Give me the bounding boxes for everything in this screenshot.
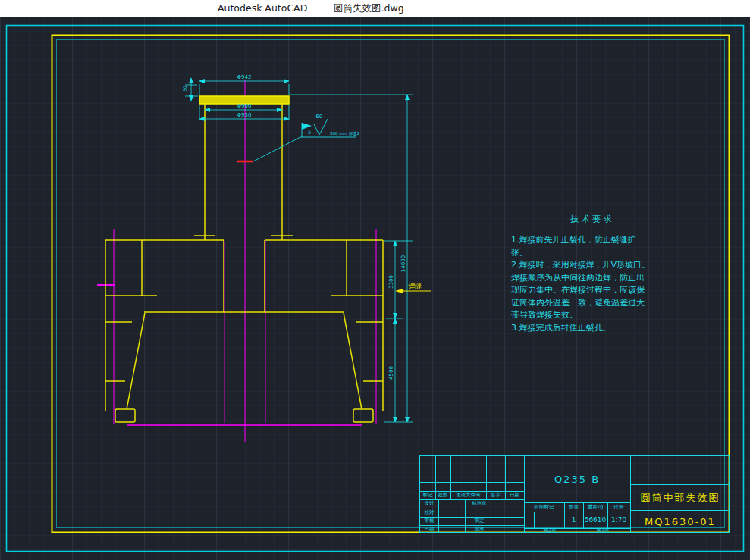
spec-stage-header: 阶段标记 bbox=[524, 502, 564, 512]
rev-file-header: 更改文件号 bbox=[450, 491, 486, 499]
dim-upper-height: 3300 bbox=[388, 275, 394, 289]
weld-symbol[interactable]: 60 2 500 mm 焊缝2 bbox=[253, 114, 359, 161]
foot-right bbox=[353, 409, 373, 422]
rev-sign-header: 签字 bbox=[486, 491, 505, 499]
sign-approve-label: 批准 bbox=[465, 525, 494, 533]
dim-total-height: 14000 bbox=[400, 255, 406, 272]
weight-value: 56610 bbox=[583, 512, 607, 528]
slope-left bbox=[127, 313, 145, 409]
dim-tube-od: Φ930 bbox=[237, 112, 252, 118]
slope-right bbox=[344, 313, 362, 409]
drawing-number: MQ1630-01 bbox=[630, 512, 730, 532]
cylinder-section[interactable] bbox=[105, 96, 383, 422]
tech-req-line: 2.焊接时，采用对接焊，开V形坡口。 bbox=[511, 259, 673, 272]
tech-req-line: 焊接顺序为从中间往两边焊，防止出 bbox=[511, 272, 673, 285]
weld-callout-label: 焊缝 bbox=[408, 283, 422, 290]
tech-req-title: 技术要求 bbox=[511, 214, 673, 225]
weld-gap: 2 bbox=[308, 130, 311, 135]
callout-arrow-icon bbox=[395, 289, 403, 293]
sign-approve-review-label: 审定 bbox=[465, 517, 494, 525]
rev-count-header: 处数 bbox=[435, 491, 450, 499]
drawing-canvas[interactable]: Φ942 50 Φ900 Φ930 3300 4500 bbox=[0, 17, 750, 560]
tech-req-line: 带导致焊接失效。 bbox=[511, 309, 673, 322]
sign-date-label: 日期 bbox=[420, 525, 438, 533]
tech-req-line: 1.焊接前先开止裂孔，防止裂缝扩 bbox=[511, 234, 673, 247]
sign-review-label: 审核 bbox=[420, 517, 438, 525]
title-block: Q235-B 圆筒中部失效图 MQ1630-01 标记 处数 更改文件号 签字 … bbox=[419, 455, 730, 533]
sign-design-label: 设计 bbox=[420, 499, 438, 508]
scale-value: 1:70 bbox=[607, 512, 630, 528]
rev-date-header: 日期 bbox=[505, 491, 524, 499]
material-grade: Q235-B bbox=[524, 466, 630, 492]
qty-value: 1 bbox=[564, 512, 583, 528]
weld-note: 500 mm 焊缝2 bbox=[330, 131, 359, 136]
app-title: Autodesk AutoCAD bbox=[218, 2, 307, 14]
tech-req-line: 现应力集中。在焊接过程中，应该保 bbox=[511, 284, 673, 297]
technical-requirements: 技术要求 1.焊接前先开止裂孔，防止裂缝扩 张。 2.焊接时，采用对接焊，开V形… bbox=[511, 214, 673, 334]
weld-seam-callout[interactable]: 焊缝 bbox=[395, 283, 431, 293]
foot-left bbox=[115, 409, 135, 422]
sheet-current: 第1张 bbox=[576, 528, 630, 533]
spec-weight-header: 重量kg bbox=[583, 502, 607, 512]
tech-req-line: 3.焊接完成后封住止裂孔。 bbox=[511, 322, 673, 335]
window-titlebar[interactable]: Autodesk AutoCAD 圆筒失效图.dwg bbox=[0, 0, 750, 17]
dim-tube-id: Φ900 bbox=[237, 103, 252, 109]
tech-req-line: 证筒体内外温差一致，避免温差过大 bbox=[511, 297, 673, 310]
drawing-title: 圆筒中部失效图 bbox=[630, 486, 730, 508]
sheet-total: 共2张 bbox=[524, 528, 576, 533]
weld-angle: 60 bbox=[316, 114, 323, 120]
dim-lower-height: 4500 bbox=[388, 366, 394, 380]
document-title: 圆筒失效图.dwg bbox=[334, 2, 404, 15]
dimensions[interactable]: Φ942 50 Φ900 Φ930 3300 4500 bbox=[182, 74, 413, 422]
v-groove-icon bbox=[314, 119, 328, 135]
autocad-window: Autodesk AutoCAD 圆筒失效图.dwg bbox=[0, 0, 750, 560]
sign-check-label: 校对 bbox=[420, 508, 438, 517]
rev-mark-header: 标记 bbox=[420, 491, 435, 499]
spec-qty-header: 数量 bbox=[564, 502, 583, 512]
sign-std-label: 标准化 bbox=[465, 499, 494, 508]
dim-flange-od: Φ942 bbox=[237, 74, 252, 80]
spec-scale-header: 比例 bbox=[607, 502, 630, 512]
dim-flange-height: 50 bbox=[182, 86, 187, 92]
field-weld-flag-icon bbox=[302, 123, 312, 130]
tech-req-line: 张。 bbox=[511, 247, 673, 260]
